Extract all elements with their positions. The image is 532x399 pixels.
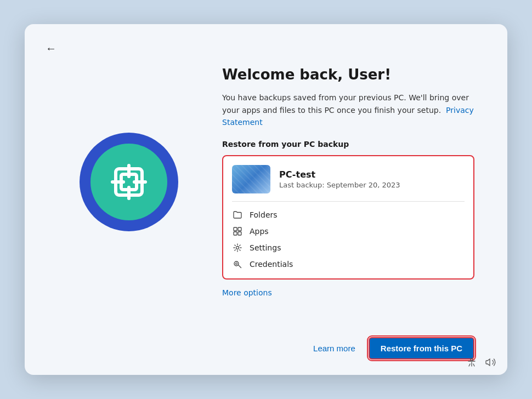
svg-rect-8 <box>234 232 237 235</box>
svg-rect-6 <box>234 227 237 231</box>
list-item: Apps <box>232 226 465 237</box>
folder-label: Folders <box>250 210 278 219</box>
svg-rect-7 <box>238 227 241 231</box>
logo-inner-circle <box>90 144 167 220</box>
credentials-icon <box>232 259 243 270</box>
pc-info: PC-test Last backup: September 20, 2023 <box>232 165 465 202</box>
svg-point-10 <box>236 246 239 249</box>
windows-backup-logo <box>107 160 151 204</box>
footer: Learn more Restore from this PC <box>25 328 507 375</box>
main-content: Welcome back, User! You have backups sav… <box>25 24 507 328</box>
backup-card: PC-test Last backup: September 20, 2023 … <box>222 155 474 280</box>
logo-outer-circle <box>80 133 178 231</box>
svg-point-13 <box>471 358 473 361</box>
folder-icon <box>232 209 243 220</box>
credentials-label: Credentials <box>250 260 293 269</box>
right-panel: Welcome back, User! You have backups sav… <box>200 66 474 297</box>
svg-rect-9 <box>238 232 241 235</box>
setup-window: ← We <box>25 24 507 375</box>
apps-icon <box>232 226 243 237</box>
taskbar-icons <box>467 357 496 369</box>
settings-label: Settings <box>250 243 281 252</box>
logo-panel <box>58 133 200 231</box>
accessibility-icon <box>467 357 477 369</box>
welcome-description: You have backups saved from your previou… <box>222 92 474 128</box>
svg-point-12 <box>236 263 237 264</box>
more-options-link[interactable]: More options <box>222 288 474 297</box>
restore-from-pc-button[interactable]: Restore from this PC <box>369 337 474 360</box>
backup-items-list: Folders Apps <box>232 209 465 270</box>
list-item: Settings <box>232 242 465 253</box>
back-button[interactable]: ← <box>42 39 60 57</box>
learn-more-button[interactable]: Learn more <box>313 344 355 353</box>
pc-thumbnail <box>232 165 270 193</box>
welcome-title: Welcome back, User! <box>222 66 474 83</box>
pc-backup-date: Last backup: September 20, 2023 <box>279 181 465 189</box>
restore-label: Restore from your PC backup <box>222 140 474 149</box>
list-item: Credentials <box>232 259 465 270</box>
pc-name: PC-test <box>279 169 465 180</box>
settings-icon <box>232 242 243 253</box>
sound-icon <box>485 357 496 369</box>
list-item: Folders <box>232 209 465 220</box>
svg-point-11 <box>234 261 239 266</box>
pc-details: PC-test Last backup: September 20, 2023 <box>279 169 465 189</box>
apps-label: Apps <box>250 227 269 236</box>
